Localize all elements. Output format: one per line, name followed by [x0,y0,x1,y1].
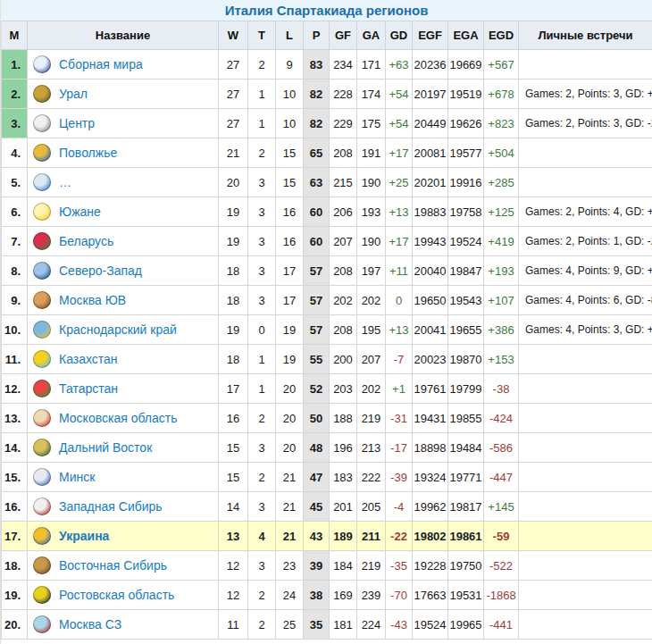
stat-ega-cell: 19847 [448,256,484,286]
team-link[interactable]: Южане [59,205,101,219]
team-cell: Беларусь [28,227,219,256]
column-header-p: P [304,21,330,50]
stat-gd-cell: -4 [386,492,413,522]
team-link[interactable]: Минск [59,470,95,484]
stat-l-cell: 19 [276,315,304,345]
column-header-personal: Личные встречи [519,21,652,50]
stat-gd-cell: +17 [386,227,413,256]
column-header-w: W [219,21,248,50]
team-link[interactable]: Украина [59,529,109,543]
stat-t-cell: 2 [248,581,276,610]
stat-gf-cell: 183 [330,463,357,492]
team-link[interactable]: Поволжье [59,146,117,160]
stat-l-cell: 21 [276,522,304,551]
stat-ga-cell: 202 [357,374,386,404]
team-link[interactable]: Урал [59,87,88,101]
stat-gd-cell: -22 [386,522,413,551]
stat-egd-cell: +823 [484,109,519,138]
head-to-head-cell [519,138,652,168]
team-cell: Южане [28,197,219,227]
stat-gf-cell: 208 [330,256,357,286]
stat-egd-cell: -424 [484,404,519,433]
stat-gf-cell: 201 [330,492,357,522]
stat-egf-cell: 20023 [413,345,448,374]
stat-gd-cell: 0 [386,286,413,315]
team-logo-icon [33,232,51,250]
stat-l-cell: 15 [276,168,304,197]
stat-t-cell: 2 [248,463,276,492]
team-logo-icon [33,615,51,633]
place-cell: 2. [2,79,28,109]
team-link[interactable]: Казахстан [59,352,118,366]
stat-egf-cell: 20201 [413,168,448,197]
table-row: 6.Южане1931660206193+131988319758+125Gam… [2,197,652,227]
stat-ega-cell: 19916 [448,168,484,197]
stat-gf-cell: 196 [330,433,357,463]
stat-gf-cell: 207 [330,227,357,256]
team-link[interactable]: Краснодарский край [59,322,177,337]
stat-gf-cell: 181 [330,610,357,640]
head-to-head-cell: Games: 4, Points: 3, GD: +2 [519,315,652,345]
team-link[interactable]: Северо-Запад [59,263,142,278]
stat-w-cell: 27 [219,79,248,109]
stat-w-cell: 20 [219,168,248,197]
team-logo-icon [33,144,51,162]
stat-p-cell: 39 [304,551,330,581]
stat-gf-cell: 208 [330,138,357,168]
table-row: 18.Восточная Сибирь1232339184219-3519228… [2,551,652,581]
column-header-team: Название [28,21,219,50]
team-cell: Минск [28,463,219,492]
stat-egf-cell: 19324 [413,463,448,492]
stat-ga-cell: 195 [357,315,386,345]
team-cell: Северо-Запад [28,256,219,286]
stat-ga-cell: 224 [357,610,386,640]
column-header-egf: EGF [413,21,448,50]
team-link[interactable]: Москва СЗ [59,617,121,631]
place-cell: 17. [2,522,28,551]
team-logo-icon [33,586,51,604]
team-link[interactable]: … [59,175,71,189]
team-logo-icon [33,114,51,132]
stat-t-cell: 3 [248,551,276,581]
place-cell: 1. [2,50,28,79]
team-link[interactable]: Московская область [59,411,177,425]
stat-gd-cell: +13 [386,315,413,345]
team-link[interactable]: Восточная Сибирь [59,558,167,573]
stat-t-cell: 3 [248,492,276,522]
team-link[interactable]: Западная Сибирь [59,499,163,514]
team-link[interactable]: Центр [59,116,95,130]
stat-ega-cell: 19543 [448,286,484,315]
stat-t-cell: 2 [248,50,276,79]
table-row: 3.Центр2711082229175+542044919626+823Gam… [2,109,652,138]
team-link[interactable]: Беларусь [59,234,113,248]
team-cell: Ростовская область [28,581,219,610]
stat-egd-cell: +107 [484,286,519,315]
stat-ga-cell: 219 [357,404,386,433]
stat-ega-cell: 19965 [448,610,484,640]
stat-gf-cell: 234 [330,50,357,79]
place-cell: 14. [2,433,28,463]
stat-ga-cell: 197 [357,256,386,286]
head-to-head-cell [519,492,652,522]
stat-l-cell: 9 [276,50,304,79]
stat-gd-cell: -7 [386,345,413,374]
stat-egf-cell: 19802 [413,522,448,551]
stat-egd-cell: +504 [484,138,519,168]
stat-l-cell: 20 [276,374,304,404]
head-to-head-cell: Games: 4, Points: 6, GD: -8 [519,286,652,315]
stat-gd-cell: +1 [386,374,413,404]
team-link[interactable]: Москва ЮВ [59,293,126,307]
stat-l-cell: 16 [276,227,304,256]
team-link[interactable]: Дальний Восток [59,440,152,455]
team-link[interactable]: Татарстан [59,381,118,396]
stat-egd-cell: +567 [484,50,519,79]
team-link[interactable]: Сборная мира [59,57,143,71]
stat-egd-cell: -1868 [484,581,519,610]
head-to-head-cell [519,50,652,79]
stat-ega-cell: 19758 [448,197,484,227]
head-to-head-cell: Games: 2, Points: 3, GD: -2 [519,109,652,138]
stat-p-cell: 57 [304,286,330,315]
place-cell: 19. [2,581,28,610]
team-link[interactable]: Ростовская область [59,588,174,602]
stat-t-cell: 2 [248,138,276,168]
